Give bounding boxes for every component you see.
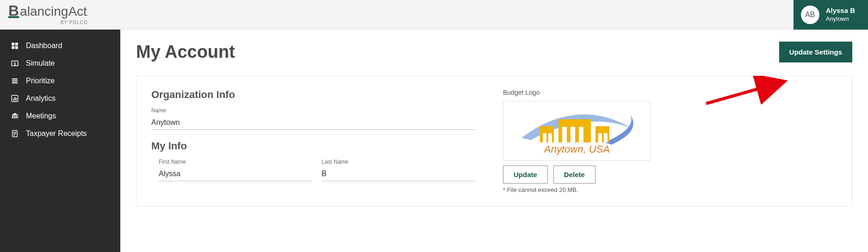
- brand-b-icon: B: [8, 5, 19, 18]
- avatar: AB: [801, 6, 819, 24]
- sidebar-item-analytics[interactable]: Analytics: [0, 90, 120, 107]
- svg-rect-2: [12, 46, 14, 49]
- svg-rect-12: [16, 98, 17, 101]
- svg-rect-6: [12, 79, 18, 80]
- svg-rect-8: [12, 82, 18, 83]
- sidebar-item-label: Dashboard: [26, 42, 62, 50]
- sidebar-item-dashboard[interactable]: Dashboard: [0, 37, 120, 55]
- dashboard-icon: [10, 41, 19, 50]
- logo-heading: Budget Logo: [503, 89, 688, 96]
- svg-rect-1: [15, 43, 18, 45]
- prioritize-icon: [10, 76, 19, 86]
- svg-marker-17: [12, 113, 18, 115]
- meetings-icon: [10, 111, 19, 121]
- sidebar: Dashboard $ Simulate Prioritize Analytic…: [0, 30, 120, 252]
- user-menu[interactable]: AB Alyssa B Anytown: [794, 0, 868, 30]
- svg-rect-0: [12, 43, 14, 45]
- first-name-label: First Name: [159, 159, 312, 165]
- sidebar-item-meetings[interactable]: Meetings: [0, 107, 120, 125]
- logo-caption: Anytown, USA: [543, 143, 610, 155]
- user-text: Alyssa B Anytown: [826, 6, 855, 23]
- brand-byline: BY POLCO: [61, 20, 88, 25]
- sidebar-item-prioritize[interactable]: Prioritize: [0, 72, 120, 90]
- brand-name: alancingAct: [20, 4, 87, 19]
- page-title: My Account: [136, 42, 235, 62]
- analytics-icon: [10, 94, 19, 103]
- svg-rect-14: [14, 116, 15, 119]
- svg-rect-16: [17, 116, 18, 119]
- last-name-input[interactable]: [322, 168, 475, 181]
- svg-rect-15: [16, 116, 17, 119]
- logo-hint: * File cannot exceed 20 MB.: [503, 186, 688, 193]
- svg-rect-27: [562, 127, 567, 142]
- first-name-field: First Name: [159, 159, 312, 181]
- account-card: Organization Info Name My Info First Nam…: [136, 75, 852, 207]
- last-name-field: Last Name: [322, 159, 475, 181]
- svg-rect-30: [598, 133, 602, 142]
- svg-rect-13: [12, 116, 13, 119]
- sidebar-item-label: Simulate: [26, 59, 55, 68]
- last-name-label: Last Name: [322, 159, 475, 165]
- budget-logo-image: Anytown, USA: [503, 101, 651, 161]
- svg-rect-29: [579, 127, 583, 142]
- svg-rect-3: [15, 46, 18, 49]
- sidebar-item-simulate[interactable]: $ Simulate: [0, 55, 120, 72]
- my-info-heading: My Info: [151, 140, 475, 152]
- sidebar-item-label: Analytics: [26, 94, 56, 103]
- svg-rect-10: [13, 98, 14, 101]
- svg-rect-7: [12, 80, 18, 81]
- svg-rect-31: [604, 133, 608, 142]
- sidebar-item-label: Taxpayer Receipts: [26, 129, 87, 138]
- sidebar-item-receipts[interactable]: Taxpayer Receipts: [0, 125, 120, 142]
- user-name: Alyssa B: [826, 6, 855, 15]
- brand-logo: B alancingAct. BY POLCO: [0, 4, 89, 25]
- svg-rect-26: [548, 133, 552, 142]
- sidebar-item-label: Meetings: [26, 112, 56, 120]
- org-name-input[interactable]: [151, 117, 475, 130]
- app-header: B alancingAct. BY POLCO AB Alyssa B Anyt…: [0, 0, 868, 30]
- simulate-icon: $: [10, 59, 19, 68]
- svg-rect-25: [543, 133, 546, 142]
- user-org: Anytown: [826, 15, 855, 23]
- svg-rect-11: [14, 97, 15, 101]
- update-settings-button[interactable]: Update Settings: [779, 42, 852, 62]
- org-name-field: Name: [151, 107, 475, 130]
- org-info-heading: Organization Info: [151, 89, 475, 101]
- logo-update-button[interactable]: Update: [503, 166, 548, 184]
- svg-text:$: $: [13, 61, 16, 66]
- logo-delete-button[interactable]: Delete: [553, 166, 595, 184]
- org-name-label: Name: [151, 107, 475, 114]
- receipts-icon: [10, 129, 19, 138]
- first-name-input[interactable]: [159, 168, 312, 181]
- svg-rect-28: [570, 127, 575, 142]
- sidebar-item-label: Prioritize: [26, 77, 55, 85]
- main-content: My Account Update Settings Organization …: [120, 30, 868, 252]
